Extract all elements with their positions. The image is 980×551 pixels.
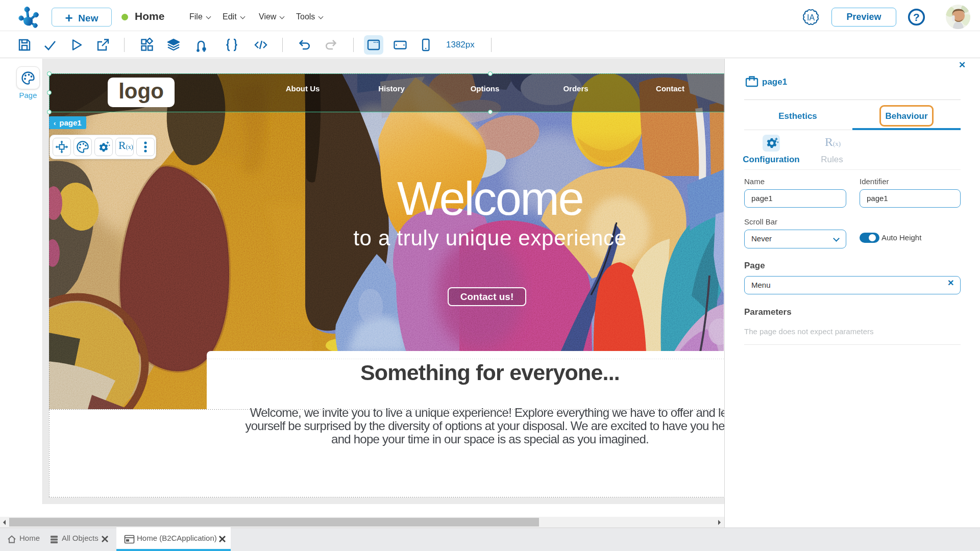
svg-text:?: ? xyxy=(913,11,920,23)
svg-text:IA: IA xyxy=(807,13,815,22)
